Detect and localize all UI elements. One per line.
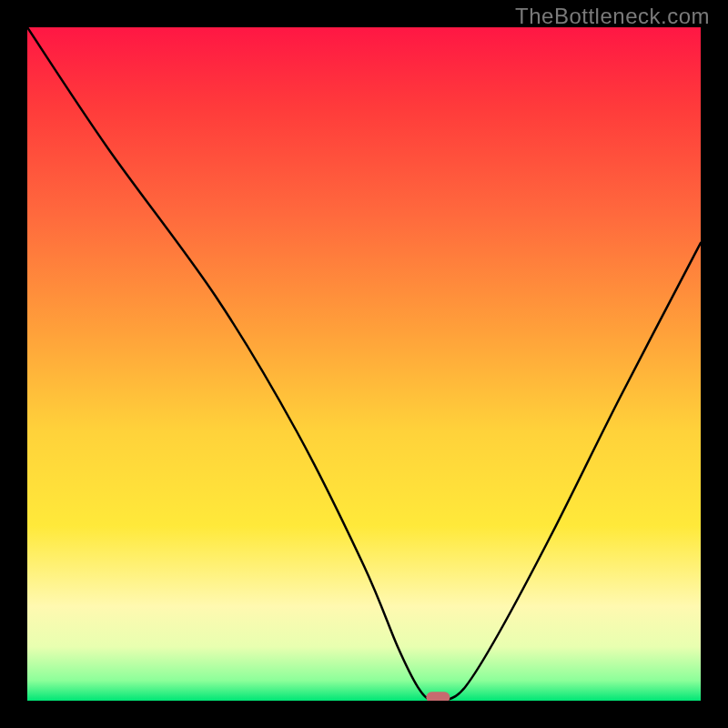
chart-plot-area: [27, 27, 701, 701]
optimal-marker: [426, 692, 450, 701]
bottleneck-chart-svg: [27, 27, 701, 701]
watermark-text: TheBottleneck.com: [515, 4, 710, 29]
gradient-background: [27, 27, 701, 701]
